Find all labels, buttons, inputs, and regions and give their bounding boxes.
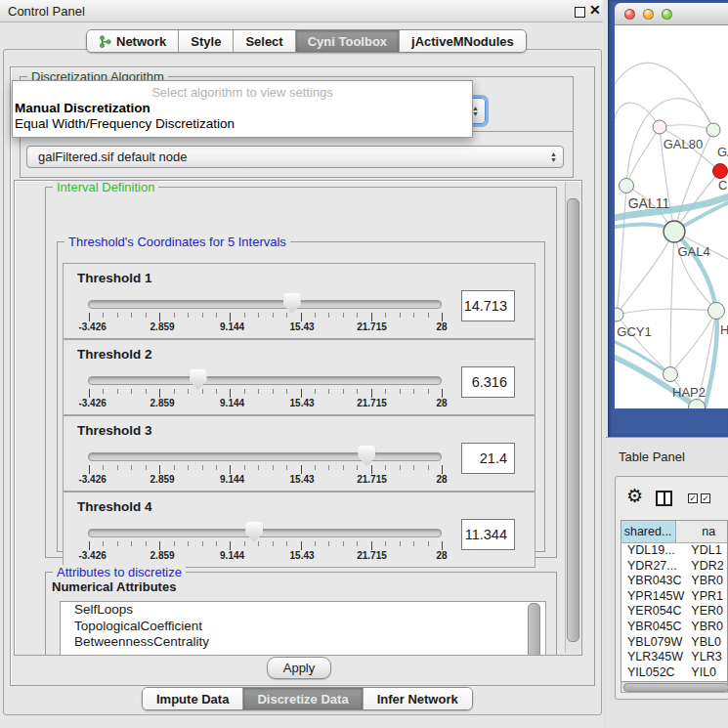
close-traffic-light-icon[interactable] bbox=[624, 9, 635, 20]
slider-track[interactable] bbox=[88, 376, 442, 385]
checkbox-icon[interactable]: ✓ bbox=[701, 493, 710, 503]
network-view-window: GAL80 GA C GAL11 GAL4 GCY1 H HAP2 bbox=[608, 0, 728, 437]
thresholds-group-title: Threshold's Coordinates for 5 Intervals bbox=[64, 235, 290, 249]
node-label: HAP2 bbox=[672, 385, 706, 400]
tab-infer-network[interactable]: Infer Network bbox=[363, 688, 472, 709]
tab-select[interactable]: Select bbox=[233, 30, 294, 52]
table-row[interactable]: YER054CYER0 bbox=[621, 604, 727, 620]
network-window-titlebar bbox=[615, 3, 728, 25]
settings-scrollpane: Interval Definition Number of Intervals … bbox=[14, 180, 582, 656]
tab-cyni-toolbox[interactable]: Cyni Toolbox bbox=[295, 30, 399, 52]
tab-jactivemnodules[interactable]: jActiveMNodules bbox=[399, 30, 526, 52]
threshold-panel: Threshold 3 -3.426 2.859 9.144 15.43 21.… bbox=[63, 415, 535, 492]
slider-track[interactable] bbox=[88, 300, 442, 309]
node-hap2 bbox=[664, 367, 678, 382]
column-header-shared[interactable]: shared... bbox=[621, 521, 676, 542]
control-panel-titlebar: Control Panel bbox=[0, 0, 603, 22]
threshold-title: Threshold 1 bbox=[77, 271, 152, 285]
float-icon[interactable] bbox=[575, 7, 585, 18]
numerical-attributes-list[interactable]: SelfLoopsTopologicalCoefficientBetweenne… bbox=[60, 601, 546, 656]
slider-major-ticks bbox=[89, 389, 443, 398]
threshold-value-box[interactable]: 6.316 bbox=[461, 366, 515, 398]
slider-handle[interactable] bbox=[190, 369, 207, 390]
algorithm-dropdown-popup: Select algorithm to view settings Manual… bbox=[12, 80, 473, 138]
node-gcy1 bbox=[615, 308, 623, 321]
threshold-value-box[interactable]: 14.713 bbox=[461, 290, 515, 321]
tab-style[interactable]: Style bbox=[178, 30, 233, 52]
column-view-icon[interactable] bbox=[656, 491, 672, 506]
slider-major-ticks bbox=[89, 313, 443, 321]
interval-definition-group-title: Interval Definition bbox=[53, 180, 158, 194]
threshold-panel: Threshold 4 -3.426 2.859 9.144 15.43 21.… bbox=[63, 492, 535, 568]
threshold-value-box[interactable]: 11.344 bbox=[461, 519, 515, 550]
attributes-list-scrollbar[interactable] bbox=[528, 603, 540, 656]
minimize-traffic-light-icon[interactable] bbox=[643, 9, 654, 20]
column-header-name[interactable]: na bbox=[676, 521, 727, 542]
gear-icon[interactable]: ⚙ bbox=[626, 487, 643, 505]
table-panel-title: Table Panel bbox=[619, 450, 685, 464]
table-data-select[interactable]: galFiltered.sif default node ▲▼ bbox=[26, 146, 564, 168]
threshold-title: Threshold 4 bbox=[77, 499, 152, 514]
threshold-panel: Threshold 1 -3.426 2.859 9.144 15.43 21.… bbox=[63, 263, 535, 339]
tab-impute-data[interactable]: Impute Data bbox=[143, 688, 242, 709]
node-right-mid bbox=[708, 303, 725, 320]
table-row[interactable]: YLR345WYLR3 bbox=[621, 650, 727, 665]
slider-handle[interactable] bbox=[358, 446, 375, 466]
checkbox-icon[interactable]: ✓ bbox=[688, 493, 698, 503]
application-window: Control Panel ✕ Network Style Select Cyn… bbox=[0, 0, 728, 728]
table-row[interactable]: YDR27...YDR2 bbox=[621, 559, 727, 575]
network-icon bbox=[99, 35, 111, 48]
table-row[interactable]: YBL079WYBL0 bbox=[621, 635, 727, 651]
slider-track[interactable] bbox=[88, 529, 442, 537]
node-attribute-table[interactable]: shared... na YDL19...YDL1YDR27...YDR2YBR… bbox=[621, 520, 728, 682]
node-label: GA bbox=[717, 145, 728, 159]
tab-network[interactable]: Network bbox=[87, 30, 178, 52]
attribute-list-item[interactable]: TopologicalCoefficient bbox=[61, 619, 545, 635]
slider-handle[interactable] bbox=[283, 293, 301, 314]
slider-major-ticks bbox=[89, 541, 443, 550]
table-hscrollbar-thumb[interactable] bbox=[623, 683, 728, 692]
slider-major-ticks bbox=[89, 465, 443, 474]
table-data-selected-value: galFiltered.sif default node bbox=[38, 150, 187, 164]
settings-scrollbar-thumb[interactable] bbox=[567, 198, 579, 642]
threshold-title: Threshold 3 bbox=[77, 423, 152, 438]
stepper-arrows-icon: ▲▼ bbox=[550, 151, 557, 163]
node-label: GAL80 bbox=[664, 137, 703, 151]
close-icon[interactable]: ✕ bbox=[589, 2, 601, 18]
apply-button[interactable]: Apply bbox=[267, 657, 331, 679]
threshold-value-box[interactable]: 21.4 bbox=[461, 443, 515, 474]
table-header-row: shared... na bbox=[621, 521, 727, 543]
control-panel-title: Control Panel bbox=[8, 4, 85, 19]
table-row[interactable]: YPR145WYPR1 bbox=[621, 589, 727, 605]
table-panel: Table Panel ⚙ ✓ ✓ shared... na YDL19...Y… bbox=[606, 437, 728, 728]
table-hscrollbar-track[interactable] bbox=[621, 682, 728, 693]
node-gal11 bbox=[620, 179, 634, 193]
table-row[interactable]: YIL052CYIL0 bbox=[621, 665, 727, 681]
slider-scale: -3.426 2.859 9.144 15.43 21.715 28 bbox=[89, 398, 442, 409]
node-gal80 bbox=[653, 120, 666, 134]
network-canvas[interactable]: GAL80 GA C GAL11 GAL4 GCY1 H HAP2 bbox=[615, 25, 728, 408]
stepper-arrows-icon: ▲▼ bbox=[472, 106, 479, 117]
dropdown-prompt: Select algorithm to view settings bbox=[13, 85, 472, 100]
node-label: GAL11 bbox=[628, 195, 670, 211]
table-row[interactable]: YBR045CYBR0 bbox=[621, 620, 727, 635]
slider-scale: -3.426 2.859 9.144 15.43 21.715 28 bbox=[89, 321, 442, 333]
attributes-group-title: Attributes to discretize bbox=[53, 565, 186, 579]
table-row[interactable]: YBR043CYBR0 bbox=[621, 574, 727, 589]
dropdown-option-equal-width-frequency[interactable]: Equal Width/Frequency Discretization bbox=[15, 116, 235, 131]
attribute-list-item[interactable]: SelfLoops bbox=[61, 602, 545, 619]
attribute-list-item[interactable]: BetweennessCentrality bbox=[61, 634, 545, 651]
slider-scale: -3.426 2.859 9.144 15.43 21.715 28 bbox=[89, 474, 442, 486]
network-graph: GAL80 GA C GAL11 GAL4 GCY1 H HAP2 bbox=[615, 25, 728, 408]
node-gal4 bbox=[664, 221, 685, 242]
slider-scale: -3.426 2.859 9.144 15.43 21.715 28 bbox=[89, 550, 442, 562]
tab-discretize-data[interactable]: Discretize Data bbox=[242, 688, 362, 709]
table-row[interactable]: YDL19...YDL1 bbox=[621, 543, 727, 559]
slider-handle[interactable] bbox=[245, 522, 263, 542]
node-top-right bbox=[707, 123, 720, 137]
zoom-traffic-light-icon[interactable] bbox=[662, 9, 672, 20]
slider-track[interactable] bbox=[88, 452, 442, 461]
dropdown-option-manual-discretization[interactable]: Manual Discretization bbox=[15, 101, 150, 115]
node-label: GCY1 bbox=[617, 324, 651, 339]
control-panel-window: Control Panel ✕ Network Style Select Cyn… bbox=[0, 0, 603, 728]
